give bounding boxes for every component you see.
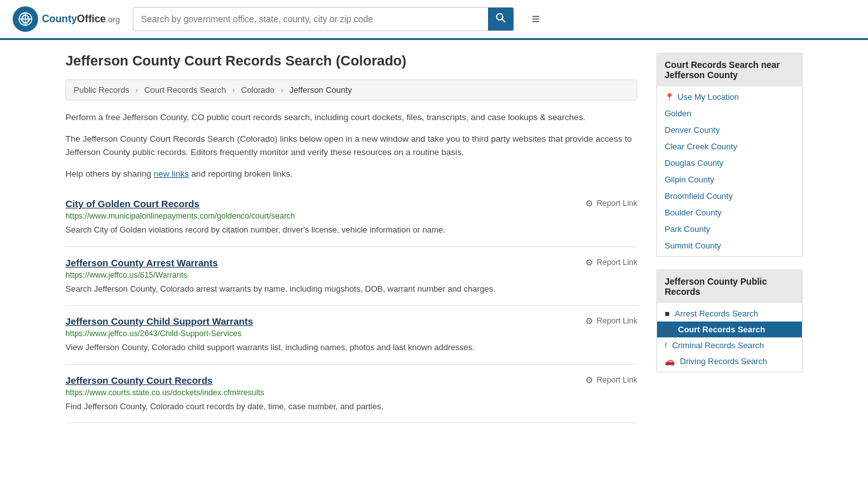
nearby-list-item[interactable]: Douglas County (657, 154, 802, 171)
public-records-list: ■Arrest Records Search🏛Court Records Sea… (657, 303, 802, 372)
public-records-section: Jefferson County Public Records ■Arrest … (656, 269, 803, 372)
location-icon: 📍 (665, 93, 674, 102)
record-url: https://www.municipalonlinepayments.com/… (65, 212, 637, 220)
record-url: https://www.courts.state.co.us/dockets/i… (65, 388, 637, 397)
nearby-list-item[interactable]: Summit County (657, 237, 802, 254)
report-link-label: Report Link (597, 199, 637, 208)
record-title: Jefferson County Child Support Warrants (65, 316, 253, 327)
record-title-link[interactable]: Jefferson County Arrest Warrants (65, 257, 218, 268)
pub-records-link[interactable]: Criminal Records Search (672, 341, 764, 350)
nearby-link[interactable]: Clear Creek County (665, 142, 737, 151)
public-records-title: Jefferson County Public Records (657, 270, 802, 303)
description-para3: Help others by sharing new links and rep… (65, 167, 637, 181)
record-card-header: Jefferson County Arrest Warrants ⚙ Repor… (65, 257, 637, 268)
record-desc: Search Jefferson County, Colorado arrest… (65, 283, 637, 295)
pub-records-item[interactable]: 🚗Driving Records Search (657, 353, 802, 369)
nearby-link[interactable]: Broomfield County (665, 191, 733, 201)
record-card: Jefferson County Arrest Warrants ⚙ Repor… (65, 247, 637, 306)
record-card-header: Jefferson County Court Records ⚙ Report … (65, 375, 637, 386)
records-list: City of Golden Court Records ⚙ Report Li… (65, 188, 637, 423)
record-desc: View Jefferson County, Colorado child su… (65, 341, 637, 354)
nearby-link[interactable]: Denver County (665, 125, 720, 135)
record-title-link[interactable]: Jefferson County Child Support Warrants (65, 316, 253, 327)
use-location-link[interactable]: Use My Location (677, 92, 739, 102)
report-icon: ⚙ (585, 316, 593, 326)
svg-line-6 (502, 19, 505, 22)
nearby-list-item[interactable]: Clear Creek County (657, 138, 802, 154)
record-desc: Find Jefferson County, Colorado court re… (65, 400, 637, 413)
record-url: https://www.jeffco.us/615/Warrants (65, 271, 637, 280)
record-card: City of Golden Court Records ⚙ Report Li… (65, 188, 637, 247)
search-bar (133, 7, 514, 31)
record-title-link[interactable]: City of Golden Court Records (65, 198, 200, 209)
report-link-label: Report Link (597, 258, 637, 267)
nearby-list-item[interactable]: Golden (657, 105, 802, 121)
nearby-link[interactable]: Boulder County (665, 208, 722, 217)
record-title-link[interactable]: Jefferson County Court Records (65, 375, 213, 386)
rec-icon: ! (665, 341, 667, 350)
pub-records-item[interactable]: ■Arrest Records Search (657, 306, 802, 322)
breadcrumb-current: Jefferson County (290, 85, 352, 95)
report-link-button[interactable]: ⚙ Report Link (585, 316, 637, 326)
rec-icon: 🚗 (665, 356, 675, 366)
nearby-list-item[interactable]: Broomfield County (657, 187, 802, 204)
page-title: Jefferson County Court Records Search (C… (65, 53, 637, 69)
record-desc: Search City of Golden violations record … (65, 224, 637, 236)
menu-button[interactable]: ≡ (527, 10, 545, 29)
description-para2: The Jefferson County Court Records Searc… (65, 132, 637, 159)
pub-records-link[interactable]: Court Records Search (678, 325, 765, 334)
nearby-section-title: Court Records Search near Jefferson Coun… (657, 53, 802, 86)
nearby-link[interactable]: Summit County (665, 241, 721, 250)
site-header: CountyOffice.org ≡ (0, 0, 868, 40)
record-card: Jefferson County Child Support Warrants … (65, 306, 637, 365)
nearby-link[interactable]: Golden (665, 109, 691, 118)
report-icon: ⚙ (585, 257, 593, 268)
sidebar: Court Records Search near Jefferson Coun… (656, 53, 803, 423)
site-logo[interactable]: CountyOffice.org (13, 6, 120, 32)
pub-records-item[interactable]: !Criminal Records Search (657, 337, 802, 353)
content-area: Jefferson County Court Records Search (C… (65, 53, 637, 423)
pub-records-link[interactable]: Driving Records Search (680, 356, 767, 366)
report-icon: ⚙ (585, 375, 593, 385)
search-button[interactable] (488, 8, 513, 30)
record-card-header: City of Golden Court Records ⚙ Report Li… (65, 198, 637, 209)
nearby-list-item[interactable]: Boulder County (657, 204, 802, 220)
rec-icon: ■ (665, 309, 670, 318)
nearby-section: Court Records Search near Jefferson Coun… (656, 53, 803, 257)
use-location-item[interactable]: 📍 Use My Location (657, 89, 802, 105)
record-url: https://www.jeffco.us/2643/Child-Support… (65, 329, 637, 338)
nearby-link[interactable]: Park County (665, 224, 710, 234)
record-card: Jefferson County Court Records ⚙ Report … (65, 365, 637, 424)
report-link-button[interactable]: ⚙ Report Link (585, 375, 637, 385)
nearby-link[interactable]: Douglas County (665, 158, 724, 168)
nearby-list-item[interactable]: Gilpin County (657, 171, 802, 187)
breadcrumb-public-records[interactable]: Public Records (74, 85, 129, 95)
description-para1: Perform a free Jefferson County, CO publ… (65, 111, 637, 125)
rec-icon: 🏛 (665, 325, 673, 334)
record-title: Jefferson County Court Records (65, 375, 213, 386)
nearby-list: 📍 Use My Location GoldenDenver CountyCle… (657, 86, 802, 256)
logo-text: CountyOffice.org (42, 13, 120, 25)
main-container: Jefferson County Court Records Search (C… (53, 40, 815, 436)
report-link-button[interactable]: ⚙ Report Link (585, 257, 637, 268)
report-link-label: Report Link (597, 316, 637, 325)
pub-records-link[interactable]: Arrest Records Search (675, 309, 759, 318)
nearby-link[interactable]: Gilpin County (665, 175, 714, 184)
record-title: Jefferson County Arrest Warrants (65, 257, 218, 268)
logo-icon (13, 6, 38, 32)
record-card-header: Jefferson County Child Support Warrants … (65, 316, 637, 327)
new-links-link[interactable]: new links (154, 169, 189, 179)
breadcrumb: Public Records › Court Records Search › … (65, 79, 637, 100)
search-input[interactable] (133, 9, 488, 29)
report-link-label: Report Link (597, 376, 637, 384)
nearby-list-item[interactable]: Denver County (657, 121, 802, 138)
nearby-list-item[interactable]: Park County (657, 220, 802, 237)
breadcrumb-court-records-search[interactable]: Court Records Search (144, 85, 226, 95)
report-link-button[interactable]: ⚙ Report Link (585, 198, 637, 208)
breadcrumb-colorado[interactable]: Colorado (241, 85, 275, 95)
record-title: City of Golden Court Records (65, 198, 200, 209)
report-icon: ⚙ (585, 198, 593, 208)
pub-records-item[interactable]: 🏛Court Records Search (657, 322, 802, 337)
